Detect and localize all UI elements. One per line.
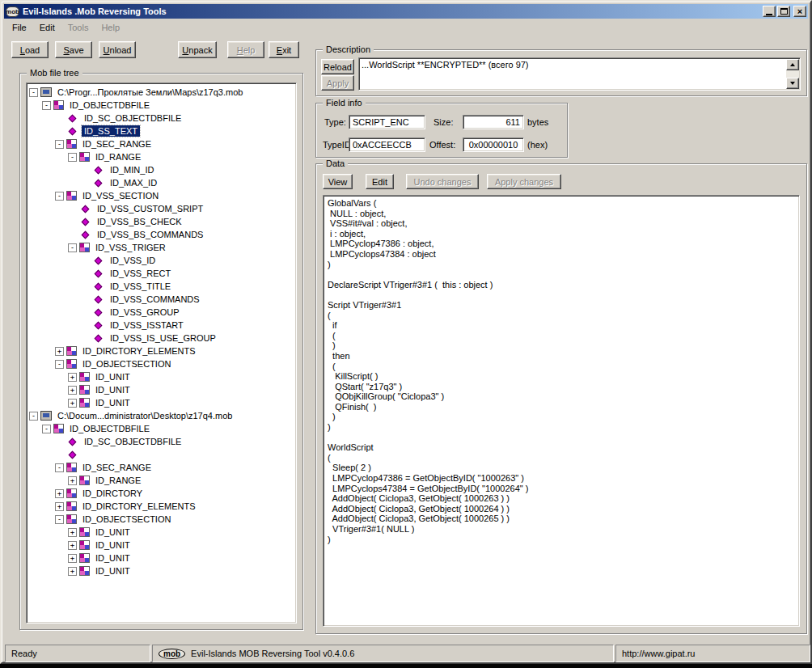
tree-item-label: ID_OBJECTDBFILE [67, 99, 152, 111]
tree-item[interactable]: +ID_UNIT [27, 539, 295, 552]
tree-item[interactable]: ID_VSS_BS_CHECK [27, 215, 295, 228]
type-label: Type: [324, 117, 346, 127]
unpack-button[interactable]: Unpack [178, 41, 217, 58]
collapse-toggle[interactable]: - [55, 515, 64, 524]
tree-item[interactable]: -ID_OBJECTDBFILE [27, 422, 295, 435]
tree-item[interactable]: ID_VSS_ISSTART [27, 319, 295, 332]
tree-item[interactable]: +ID_DIRCTORY [27, 487, 295, 500]
data-content-field[interactable]: GlobalVars ( NULL : object, VSS#it#val :… [323, 195, 800, 627]
tree-item[interactable]: +ID_RANGE [27, 474, 295, 487]
tree-item[interactable]: -ID_VSS_SECTION [27, 189, 295, 202]
tree-item[interactable]: +ID_DIRCTORY_ELEMENTS [27, 500, 295, 513]
expand-toggle[interactable]: + [55, 489, 64, 498]
mob-file-tree-group: Mob file tree -C:\Progr...Проклятые Земл… [19, 73, 303, 630]
description-field[interactable]: ...WorldScript **ENCRYPTED** (всего 97) [358, 57, 801, 91]
expand-toggle[interactable]: + [68, 528, 77, 537]
mob-file-tree: -C:\Progr...Проклятые Земли\Maps\z17q3.m… [26, 82, 297, 624]
tree-item[interactable]: ID_SC_OBJECTDBFILE [27, 435, 295, 448]
expand-toggle[interactable]: + [68, 476, 77, 485]
expand-toggle[interactable]: + [68, 386, 77, 395]
tree-item[interactable]: -ID_RANGE [27, 150, 295, 163]
collapse-toggle[interactable]: - [29, 412, 38, 421]
diamond-icon [69, 114, 77, 122]
reload-button[interactable]: Reload [321, 59, 354, 74]
edit-button[interactable]: Edit [366, 174, 394, 189]
tree-item[interactable]: -ID_SEC_RANGE [27, 137, 295, 150]
tree-item[interactable]: ID_VSS_CUSTOM_SRIPT [27, 202, 295, 215]
tree-item[interactable]: ID_VSS_COMMANDS [27, 293, 295, 306]
tree-item[interactable]: -ID_OBJECTSECTION [27, 357, 295, 370]
tree-item[interactable]: ID_MIN_ID [27, 163, 295, 176]
tree-item[interactable]: +ID_UNIT [27, 396, 295, 409]
collapse-toggle[interactable]: - [29, 88, 38, 97]
expand-toggle[interactable]: + [68, 399, 77, 408]
tree-item[interactable]: +ID_UNIT [27, 564, 295, 577]
menu-item-file[interactable]: File [6, 21, 33, 34]
type-value-field[interactable]: SCRIPT_ENC [349, 115, 425, 129]
app-window: mob Evil-Islands .Mob Reversing Tools × … [0, 0, 812, 664]
expand-toggle[interactable]: + [68, 541, 77, 550]
tree-item[interactable]: -ID_SEC_RANGE [27, 461, 295, 474]
tree-item[interactable]: -ID_VSS_TRIGER [27, 241, 295, 254]
tree-item[interactable]: ID_MAX_ID [27, 176, 295, 189]
tree-item[interactable]: ID_VSS_RECT [27, 267, 295, 280]
offset-value-field[interactable]: 0x00000010 [463, 137, 524, 152]
description-scrollbar[interactable] [786, 59, 799, 89]
scroll-down-button[interactable] [786, 78, 799, 89]
unload-button[interactable]: Unload [99, 41, 136, 58]
section-icon [66, 346, 77, 356]
expand-toggle[interactable]: + [55, 347, 64, 356]
tree-item[interactable]: ID_VSS_GROUP [27, 306, 295, 319]
tree-item[interactable]: ID_VSS_ID [27, 254, 295, 267]
collapse-toggle[interactable]: - [55, 192, 64, 201]
diamond-icon [69, 450, 77, 459]
collapse-toggle[interactable]: - [55, 360, 64, 369]
view-button[interactable]: View [323, 174, 353, 189]
tree-item[interactable]: ID_SC_OBJECTDBFILE [27, 112, 295, 125]
tree-item[interactable]: +ID_UNIT [27, 370, 295, 383]
tree-item[interactable]: +ID_UNIT [27, 383, 295, 396]
collapse-toggle[interactable]: - [68, 243, 77, 252]
tree-item[interactable]: +ID_DIRCTORY_ELEMENTS [27, 345, 295, 357]
scroll-up-button[interactable] [786, 59, 799, 70]
tree-item[interactable]: +ID_UNIT [27, 526, 295, 539]
section-icon [66, 514, 77, 524]
typeid-value-field[interactable]: 0xACCEECCB [349, 137, 425, 152]
collapse-toggle[interactable]: - [42, 101, 51, 110]
menu-item-edit[interactable]: Edit [33, 21, 61, 34]
save-button[interactable]: Save [55, 41, 92, 58]
exit-button[interactable]: Exit [269, 41, 299, 58]
tree-item-label: ID_UNIT [93, 384, 133, 395]
collapse-toggle[interactable]: - [55, 463, 64, 472]
expand-toggle[interactable]: + [55, 502, 64, 511]
diamond-icon [82, 230, 90, 239]
description-group-title: Description [323, 44, 374, 54]
tree-item[interactable]: +ID_UNIT [27, 552, 295, 564]
tree-item[interactable] [27, 448, 295, 461]
title-bar[interactable]: mob Evil-Islands .Mob Reversing Tools × [4, 4, 808, 19]
tree-item[interactable]: -C:\Docum...dministrator\Desktop\z17q4.m… [27, 409, 295, 422]
tree-item[interactable]: ID_SS_TEXT [27, 125, 295, 137]
section-icon [79, 243, 90, 252]
collapse-toggle[interactable]: - [55, 140, 64, 149]
size-value-field[interactable]: 611 [463, 115, 524, 129]
tree-item[interactable]: -ID_OBJECTDBFILE [27, 99, 295, 112]
maximize-button[interactable] [777, 6, 790, 17]
expand-toggle[interactable]: + [68, 554, 77, 563]
minimize-button[interactable] [763, 6, 776, 17]
tree-item-label: ID_SEC_RANGE [80, 462, 154, 473]
tree-item[interactable]: ID_VSS_TITLE [27, 280, 295, 293]
close-button[interactable]: × [793, 6, 806, 17]
menu-item-tools: Tools [61, 21, 95, 34]
size-unit-label: bytes [527, 117, 548, 127]
description-text: ...WorldScript **ENCRYPTED** (всего 97) [362, 60, 784, 70]
collapse-toggle[interactable]: - [42, 425, 51, 433]
load-button[interactable]: Load [11, 41, 49, 58]
expand-toggle[interactable]: + [68, 373, 77, 382]
tree-item[interactable]: -C:\Progr...Проклятые Земли\Maps\z17q3.m… [27, 86, 295, 99]
expand-toggle[interactable]: + [68, 567, 77, 576]
collapse-toggle[interactable]: - [68, 153, 77, 162]
tree-item[interactable]: -ID_OBJECTSECTION [27, 513, 295, 526]
tree-item[interactable]: ID_VSS_IS_USE_GROUP [27, 332, 295, 345]
tree-item[interactable]: ID_VSS_BS_COMMANDS [27, 228, 295, 241]
